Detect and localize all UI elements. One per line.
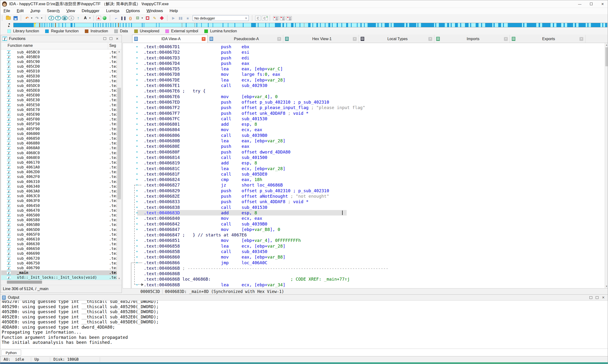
- disasm-line[interactable]: .text:00406804 mov ecx, eax: [123, 127, 605, 132]
- function-row[interactable]: fsub_4060E0.tex: [1, 155, 117, 160]
- disasm-line[interactable]: .text:004067D1 push ebx: [123, 44, 605, 49]
- function-row[interactable]: fsub_406340.tex: [1, 184, 117, 189]
- navband-scroll-arrows[interactable]: ◀▶: [6, 23, 12, 28]
- navband-position-marker[interactable]: [34, 23, 35, 27]
- function-row[interactable]: fsub_405D80.tex: [1, 78, 117, 83]
- menu-item-search[interactable]: Search: [43, 9, 63, 13]
- float-icon[interactable]: [596, 296, 598, 299]
- function-row[interactable]: fsub_406790.tex: [1, 265, 117, 270]
- debug-pause-icon[interactable]: ▮▮: [178, 15, 184, 21]
- tab-imports[interactable]: Imports✕: [434, 35, 510, 43]
- function-row[interactable]: fsub_406470.tex: [1, 208, 117, 213]
- python-button[interactable]: Python: [1, 350, 21, 356]
- back-dropdown-icon[interactable]: ▼: [31, 17, 34, 19]
- message-view-icon[interactable]: ▤: [62, 16, 67, 20]
- column-seg[interactable]: Seg: [109, 43, 116, 48]
- tab-pseudocode-a[interactable]: Pseudocode-A✕: [208, 35, 283, 43]
- menu-item-view[interactable]: View: [63, 9, 78, 13]
- disasm-line[interactable]: .text:0040686B: [123, 271, 605, 276]
- tab-close-icon[interactable]: ✕: [353, 37, 357, 41]
- function-row[interactable]: fsub_406170.tex: [1, 160, 117, 165]
- menu-item-lumina[interactable]: Lumina: [103, 9, 123, 13]
- functions-vertical-scrollbar[interactable]: ▲ ▼: [117, 50, 121, 280]
- function-row[interactable]: fsub_406310.tex: [1, 179, 117, 184]
- function-row[interactable]: fsub_4065F0.tex: [1, 232, 117, 237]
- disasm-line[interactable]: .text:00406801 add esp, 8: [123, 121, 605, 127]
- float-icon[interactable]: [110, 37, 112, 40]
- minimize-button[interactable]: —: [574, 0, 585, 8]
- close-icon[interactable]: ✕: [602, 296, 605, 299]
- functions-horizontal-scrollbar[interactable]: [1, 280, 122, 284]
- disasm-line[interactable]: .text:00406829 push offset p_sub_402310 …: [123, 188, 605, 193]
- disasm-line[interactable]: .text:00406827 jz short loc_40686B: [123, 182, 605, 188]
- disasm-line[interactable]: .text:00406866 jmp loc_406A0C: [123, 260, 605, 265]
- disasm-line[interactable]: .text:00406842 call sub_4039B0: [123, 221, 605, 227]
- function-row[interactable]: fsub_4060A0.tex: [1, 146, 117, 150]
- tab-ida-view-a[interactable]: IDA View-A✕: [132, 35, 208, 43]
- disasm-line[interactable]: .text:004067FC call sub_401530: [123, 116, 605, 121]
- debugger-attach-icon[interactable]: ⌐: [113, 15, 119, 21]
- disasm-line[interactable]: .text:00406860 mov eax, [ebp+var_B8]: [123, 254, 605, 260]
- close-icon[interactable]: ✕: [116, 37, 118, 41]
- forward-pill-icon[interactable]: ➔: [68, 16, 74, 20]
- disasm-line[interactable]: .text:0040680B lea eax, [ebp+var_28]: [123, 138, 605, 143]
- function-row[interactable]: fsub_405F50.tex: [1, 122, 117, 126]
- function-row[interactable]: fsub_4062D0.tex: [1, 170, 117, 174]
- tab-close-icon[interactable]: ✕: [504, 37, 508, 41]
- menu-item-help[interactable]: Help: [166, 9, 181, 13]
- disasm-line[interactable]: .text:004067E1 call sub_402930: [123, 83, 605, 88]
- tab-close-icon[interactable]: ✕: [580, 37, 583, 41]
- menu-item-edit[interactable]: Edit: [13, 9, 27, 13]
- dock-icon[interactable]: [103, 37, 106, 40]
- scrollbar-thumb[interactable]: [605, 47, 608, 66]
- function-row[interactable]: fsub_406720.tex: [1, 256, 117, 261]
- function-row[interactable]: fsub_405E30.tex: [1, 98, 117, 102]
- panel-layout-icon-1[interactable]: [273, 16, 278, 20]
- function-row[interactable]: fsub_4063C0.tex: [1, 194, 117, 198]
- disasm-line[interactable]: .text:0040682E push offset aNotEnought ;…: [123, 193, 605, 199]
- output-panel-header[interactable]: Output ✕: [0, 294, 608, 300]
- text-a-icon[interactable]: A: [82, 15, 88, 21]
- scrollbar-thumb[interactable]: [117, 88, 121, 199]
- function-row[interactable]: fsub_406580.tex: [1, 218, 117, 222]
- function-row[interactable]: fsub_405C90.tex: [1, 59, 117, 64]
- open-file-icon[interactable]: [5, 15, 11, 21]
- disasm-line[interactable]: .text:0040686B loc_40686B: ; CODE XREF: …: [123, 276, 605, 282]
- disasm-line[interactable]: .text:004067DE lea ecx, [ebp+var_28]: [123, 77, 605, 83]
- debugger-pillar-icon[interactable]: ❚❚: [120, 15, 126, 21]
- disasm-line[interactable]: .text:00406847 mov [ebp+var_B8], 0: [123, 227, 605, 232]
- scroll-down-icon[interactable]: ▼: [605, 284, 608, 288]
- disasm-line[interactable]: .text:00406806 call sub_4039B0: [123, 133, 605, 138]
- dice-icon[interactable]: ⚄: [134, 15, 141, 21]
- disasm-vertical-scrollbar[interactable]: ▲ ▼: [605, 43, 608, 288]
- jump-icon[interactable]: ↑: [75, 15, 81, 21]
- ida-view-a[interactable]: .text:004067D1 push ebx.text:004067D2 pu…: [123, 43, 605, 288]
- menu-item-file[interactable]: File: [0, 9, 13, 13]
- function-row[interactable]: fsub_405E90.tex: [1, 112, 117, 117]
- dock-icon[interactable]: [589, 296, 592, 299]
- menu-item-options[interactable]: Options: [123, 9, 143, 13]
- red-diamond-icon[interactable]: [159, 15, 165, 21]
- disasm-line[interactable]: .text:00406840 mov ecx, eax: [123, 216, 605, 221]
- disasm-line[interactable]: .text:0040681C lea ecx, [ebp+var_28]: [123, 166, 605, 171]
- disasm-line[interactable]: .text:00406833 push offset unk_4DDAF8 ; …: [123, 199, 605, 204]
- output-log[interactable]: 405270: using guessed type int __thiscal…: [0, 300, 608, 349]
- function-row[interactable]: fsub_406050.tex: [1, 136, 117, 141]
- function-row[interactable]: fsub_406500.tex: [1, 213, 117, 217]
- disasm-line[interactable]: .text:0040686B lea ecx, [ebp+var_34]: [123, 282, 605, 287]
- disasm-line[interactable]: .text:00406819 add esp, 8: [123, 160, 605, 166]
- functions-column-header[interactable]: Function name Seg: [1, 42, 122, 49]
- disasm-line[interactable]: .text:004067ED push offset p_sub_402310 …: [123, 99, 605, 105]
- function-row[interactable]: fsub_406650.tex: [1, 247, 117, 251]
- disasm-line[interactable]: .text:00406851 mov [ebp+var_4], 0FFFFFFF…: [123, 238, 605, 243]
- tab-exports[interactable]: Exports✕: [510, 35, 585, 43]
- debug-stop-icon[interactable]: ■: [185, 15, 191, 21]
- column-function-name[interactable]: Function name: [8, 43, 33, 48]
- scroll-up-icon[interactable]: ▲: [605, 43, 608, 47]
- compile-run-icon[interactable]: C▸: [262, 16, 268, 20]
- panel-layout-icon-2[interactable]: [280, 16, 285, 20]
- panel-layout-icon-3[interactable]: [286, 16, 292, 20]
- function-row[interactable]: fsub_406080.tex: [1, 141, 117, 146]
- maximize-button[interactable]: [585, 0, 597, 8]
- function-row[interactable]: fsub_406000.tex: [1, 131, 117, 136]
